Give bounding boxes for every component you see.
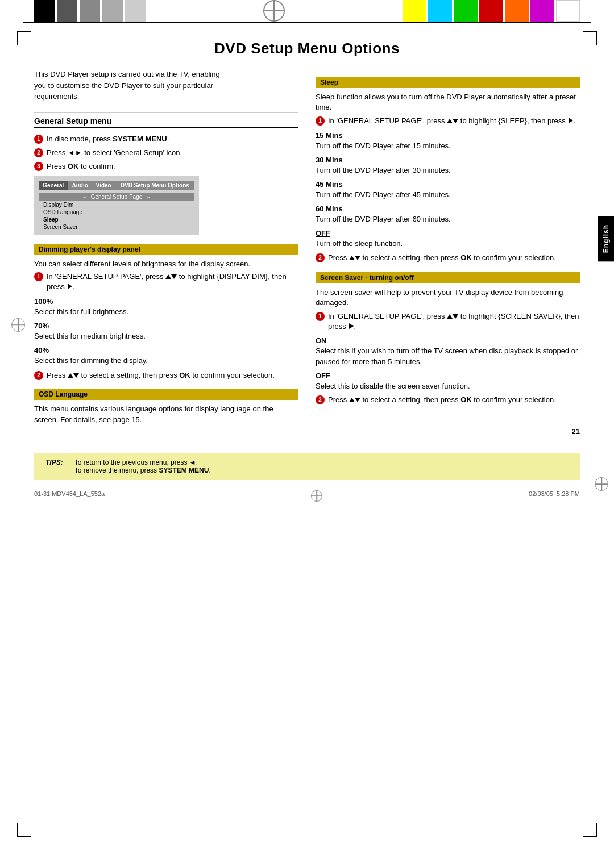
menu-tabs-table: General Audio Video DVD Setup Menu Optio…	[39, 181, 194, 190]
menu-item-osd-language: OSD Language	[39, 208, 194, 216]
step-2: 2 Press ◄► to select 'General Setup' ico…	[34, 148, 298, 158]
screen-saver-step-1-text: In 'GENERAL SETUP PAGE', press to highli…	[328, 311, 580, 332]
screen-saver-on: ON	[316, 336, 580, 345]
sleep-step-1: 1 In 'GENERAL SETUP PAGE', press to high…	[316, 116, 580, 126]
osd-title: OSD Language	[34, 389, 298, 400]
left-column: This DVD Player setup is carried out via…	[34, 69, 298, 427]
color-block-light	[102, 0, 123, 22]
left-color-blocks	[0, 0, 146, 22]
color-block-mid	[80, 0, 100, 22]
footer-right: 02/03/05, 5:28 PM	[529, 490, 580, 502]
screen-saver-off: OFF	[316, 372, 580, 380]
left-crosshair-icon	[11, 318, 25, 332]
top-center-crosshair	[146, 0, 403, 22]
step-3-num: 3	[34, 162, 43, 171]
tab-preference: DVD Setup Menu Options	[115, 181, 194, 190]
sleep-intro: Sleep function allows you to turn off th…	[316, 92, 580, 112]
step-2-num: 2	[34, 148, 43, 157]
dimming-title: Dimming player's display panel	[34, 244, 298, 255]
screen-saver-step-1-num: 1	[316, 312, 325, 321]
top-color-bar	[0, 0, 614, 22]
corner-bottom-left	[17, 823, 31, 837]
sleep-title: Sleep	[316, 77, 580, 88]
divider	[34, 112, 298, 113]
setup-menu-screenshot: General Audio Video DVD Setup Menu Optio…	[34, 176, 199, 235]
page-title: DVD Setup Menu Options	[0, 40, 614, 57]
color-block-black	[34, 0, 55, 22]
tips-bar: TIPS: To return to the previous menu, pr…	[34, 453, 580, 480]
footer: 01-31 MDV434_LA_552a 02/03/05, 5:28 PM	[0, 486, 614, 506]
step-3-text: Press OK to confirm.	[47, 161, 115, 172]
footer-left: 01-31 MDV434_LA_552a	[34, 490, 105, 502]
color-block-magenta	[530, 0, 554, 22]
sleep-step-2: 2 Press to select a setting, then press …	[316, 253, 580, 263]
menu-item-sleep: Sleep	[39, 216, 194, 223]
sleep-off-desc: Turn off the sleep function.	[316, 239, 580, 249]
dimming-step-2-text: Press to select a setting, then press OK…	[47, 370, 275, 381]
tips-label: TIPS:	[45, 458, 63, 466]
language-side-tab: English	[598, 216, 614, 261]
right-crosshair	[595, 477, 608, 491]
screen-saver-off-desc: Select this to disable the screen saver …	[316, 381, 580, 391]
sleep-15: 15 Mins	[316, 131, 580, 140]
sleep-step-1-num: 1	[316, 116, 325, 126]
step-2-text: Press ◄► to select 'General Setup' icon.	[47, 148, 182, 158]
sleep-step-2-num: 2	[316, 253, 325, 262]
tab-audio: Audio	[68, 181, 92, 190]
screen-saver-title: Screen Saver - turning on/off	[316, 272, 580, 283]
sleep-step-2-text: Press to select a setting, then press OK…	[328, 253, 556, 263]
color-block-red	[479, 0, 503, 22]
dimming-step-2-num: 2	[34, 371, 43, 380]
tips-line-2: To remove the menu, press SYSTEM MENU.	[74, 466, 211, 474]
right-color-blocks	[403, 0, 614, 22]
color-block-cyan	[428, 0, 452, 22]
screen-saver-on-desc: Select this if you wish to turn off the …	[316, 346, 580, 366]
right-crosshair-icon	[595, 477, 608, 491]
menu-item-display-dim: Display Dim	[39, 201, 194, 208]
step-1: 1 In disc mode, press SYSTEM MENU.	[34, 134, 298, 144]
option-70: 70%	[34, 322, 298, 330]
option-100-desc: Select this for full brightness.	[34, 307, 298, 317]
sleep-step-1-text: In 'GENERAL SETUP PAGE', press to highli…	[328, 116, 575, 126]
general-setup-title: General Setup menu	[34, 116, 298, 128]
tab-video: Video	[92, 181, 115, 190]
sleep-60-desc: Turn off the DVD Player after 60 minutes…	[316, 214, 580, 224]
screen-saver-step-2-num: 2	[316, 395, 325, 404]
option-70-desc: Select this for medium brightness.	[34, 331, 298, 341]
color-block-dark	[57, 0, 77, 22]
sleep-30-desc: Turn off the DVD Player after 30 minutes…	[316, 165, 580, 176]
footer-crosshair	[311, 490, 322, 502]
osd-text: This menu contains various language opti…	[34, 404, 298, 424]
dimming-step-1-num: 1	[34, 272, 43, 281]
main-content: This DVD Player setup is carried out via…	[0, 69, 614, 427]
option-100: 100%	[34, 297, 298, 306]
color-block-lighter	[125, 0, 146, 22]
step-1-num: 1	[34, 135, 43, 144]
step-1-text: In disc mode, press SYSTEM MENU.	[47, 134, 169, 144]
sleep-45: 45 Mins	[316, 180, 580, 189]
corner-top-right	[583, 31, 597, 45]
page-number: 21	[0, 427, 614, 436]
dimming-intro: You can select different levels of brigh…	[34, 259, 298, 269]
color-block-orange	[505, 0, 529, 22]
intro-text: This DVD Player setup is carried out via…	[34, 69, 227, 102]
sleep-45-desc: Turn off the DVD Player after 45 minutes…	[316, 190, 580, 200]
tips-text: To return to the previous menu, press ◄.…	[74, 458, 211, 474]
sleep-60: 60 Mins	[316, 205, 580, 213]
top-divider	[23, 22, 591, 23]
screen-saver-intro: The screen saver will help to prevent yo…	[316, 287, 580, 308]
color-block-green	[454, 0, 478, 22]
screen-saver-step-2: 2 Press to select a setting, then press …	[316, 395, 580, 405]
screen-saver-step-2-text: Press to select a setting, then press OK…	[328, 395, 556, 405]
sleep-off: OFF	[316, 229, 580, 237]
corner-bottom-right	[583, 823, 597, 837]
step-3: 3 Press OK to confirm.	[34, 161, 298, 172]
dimming-step-1-text: In 'GENERAL SETUP PAGE', press to highli…	[47, 272, 298, 292]
sleep-30: 30 Mins	[316, 156, 580, 164]
screen-saver-step-1: 1 In 'GENERAL SETUP PAGE', press to high…	[316, 311, 580, 332]
right-column: Sleep Sleep function allows you to turn …	[316, 69, 580, 427]
color-block-yellow	[403, 0, 426, 22]
tab-general: General	[39, 181, 68, 190]
menu-page-label: ← General Setup Page →	[39, 193, 194, 201]
option-40-desc: Select this for dimming the display.	[34, 356, 298, 366]
